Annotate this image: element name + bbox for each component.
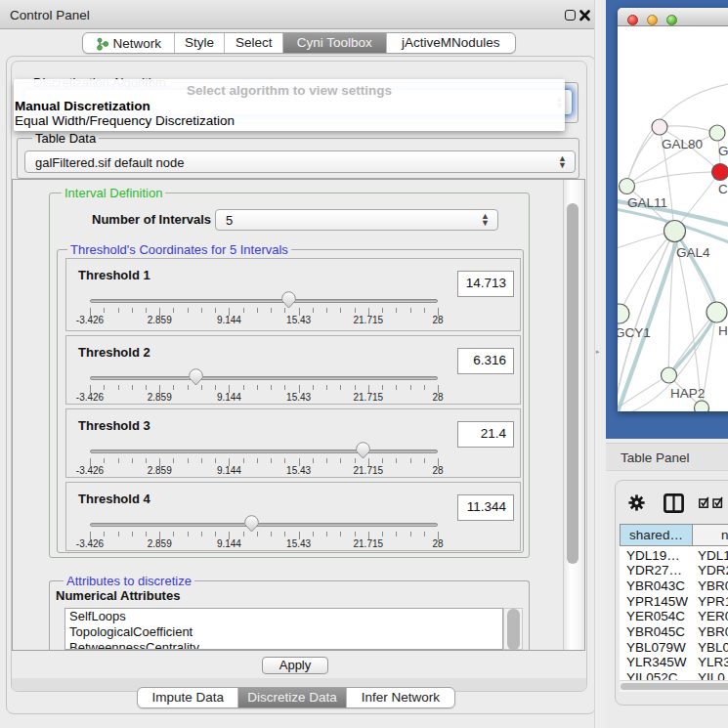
- svg-text:GA: GA: [718, 144, 728, 158]
- svg-text:HAP2: HAP2: [670, 386, 705, 401]
- svg-text:GCY1: GCY1: [618, 325, 651, 340]
- svg-text:GAL4: GAL4: [676, 245, 710, 260]
- svg-text:GAL11: GAL11: [627, 195, 667, 210]
- svg-text:CD: CD: [718, 182, 728, 196]
- svg-text:GAL80: GAL80: [662, 137, 703, 151]
- svg-text:HI: HI: [718, 323, 728, 338]
